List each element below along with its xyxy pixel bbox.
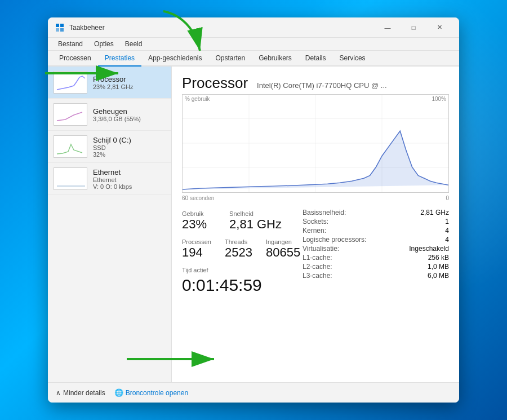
- device-list: Processor 23% 2,81 GHz Geheugen 3,3/6,0 …: [48, 67, 172, 382]
- disk-sub2: SSD: [93, 144, 166, 151]
- minder-details-button[interactable]: ∧ Minder details: [56, 389, 105, 397]
- device-item-memory[interactable]: Geheugen 3,3/6,0 GB (55%): [48, 99, 171, 131]
- close-button[interactable]: ✕: [426, 19, 452, 36]
- gebruik-value: 23%: [182, 217, 207, 232]
- device-item-ethernet[interactable]: Ethernet Ethernet V: 0 O: 0 kbps: [48, 163, 171, 195]
- stats-left: Gebruik 23% Snelheid 2,81 GHz Processen …: [182, 208, 303, 302]
- menu-opties[interactable]: Opties: [88, 38, 119, 50]
- chart-y-max: 100%: [432, 96, 446, 102]
- broncontrole-label: Broncontrole openen: [126, 389, 188, 397]
- svg-rect-5: [56, 28, 59, 32]
- memory-sub: 3,3/6,0 GB (55%): [93, 116, 166, 122]
- window-title: Taakbeheer: [69, 24, 375, 32]
- chevron-up-icon: ∧: [56, 389, 61, 397]
- ethernet-sub3: V: 0 O: 0 kbps: [93, 183, 166, 190]
- menu-bestand[interactable]: Bestand: [52, 38, 88, 50]
- info-basissnelheid: Basissnelheid: 2,81 GHz: [303, 208, 449, 217]
- l1-val: 256 kB: [428, 254, 449, 262]
- processor-detail: Processor Intel(R) Core(TM) i7-7700HQ CP…: [172, 67, 459, 382]
- chart-y-label: % gebruik: [185, 96, 210, 102]
- basissnelheid-val: 2,81 GHz: [420, 209, 449, 216]
- proc-title: Processor: [182, 74, 248, 92]
- chart-times: 60 seconden 0: [182, 195, 449, 201]
- svg-rect-6: [60, 28, 64, 32]
- info-kernen: Kernen: 4: [303, 226, 449, 235]
- processen-label: Processen: [182, 238, 211, 245]
- tab-details[interactable]: Details: [299, 51, 333, 67]
- svg-rect-4: [60, 24, 64, 27]
- device-item-disk[interactable]: Schijf 0 (C:) SSD 32%: [48, 131, 171, 163]
- info-l2: L2-cache: 1,0 MB: [303, 262, 449, 271]
- info-sockets: Sockets: 1: [303, 217, 449, 226]
- titlebar-controls: — □ ✕: [375, 19, 452, 36]
- gebruik-label: Gebruik: [182, 210, 207, 217]
- tab-opstarten[interactable]: Opstarten: [208, 51, 252, 67]
- gebruik-stat: Gebruik 23%: [182, 208, 207, 234]
- processen-stat: Processen 194: [182, 236, 211, 262]
- time-active-block: Tijd actief 0:01:45:59: [182, 264, 303, 302]
- snelheid-label: Snelheid: [229, 210, 282, 217]
- info-virtualisatie: Virtualisatie: Ingeschakeld: [303, 244, 449, 253]
- virtualisatie-val: Ingeschakeld: [409, 245, 449, 253]
- tab-services[interactable]: Services: [333, 51, 372, 67]
- threads-value: 2523: [225, 245, 252, 260]
- processen-value: 194: [182, 245, 211, 260]
- chart-time-left: 60 seconden: [182, 195, 214, 201]
- snelheid-value: 2,81 GHz: [229, 217, 282, 232]
- chart-time-right: 0: [446, 195, 449, 201]
- l3-key: L3-cache:: [303, 272, 332, 280]
- l1-key: L1-cache:: [303, 254, 332, 262]
- kernen-val: 4: [445, 227, 449, 235]
- broncontrole-link[interactable]: 🌐 Broncontrole openen: [114, 388, 188, 397]
- sockets-key: Sockets:: [303, 218, 328, 226]
- tab-gebruikers[interactable]: Gebruikers: [252, 51, 299, 67]
- memory-info: Geheugen 3,3/6,0 GB (55%): [93, 107, 166, 122]
- ethernet-name: Ethernet: [93, 168, 166, 176]
- threads-stat: Threads 2523: [225, 236, 252, 262]
- basissnelheid-key: Basissnelheid:: [303, 209, 346, 216]
- ethernet-info: Ethernet Ethernet V: 0 O: 0 kbps: [93, 168, 166, 190]
- svg-rect-8: [54, 104, 87, 125]
- disk-info: Schijf 0 (C:) SSD 32%: [93, 136, 166, 158]
- cpu-chart: % gebruik 100%: [182, 94, 449, 193]
- l2-key: L2-cache:: [303, 263, 332, 271]
- cpu-info-table: Basissnelheid: 2,81 GHz Sockets: 1 Kerne…: [303, 208, 449, 302]
- main-content: Processor 23% 2,81 GHz Geheugen 3,3/6,0 …: [48, 67, 459, 382]
- globe-icon: 🌐: [114, 388, 123, 397]
- processor-header: Processor Intel(R) Core(TM) i7-7700HQ CP…: [182, 74, 449, 92]
- info-l1: L1-cache: 256 kB: [303, 253, 449, 262]
- disk-sub3: 32%: [93, 151, 166, 158]
- l2-val: 1,0 MB: [428, 263, 449, 271]
- minimize-button[interactable]: —: [375, 19, 401, 36]
- threads-label: Threads: [225, 238, 252, 245]
- disk-name: Schijf 0 (C:): [93, 136, 166, 144]
- titlebar: Taakbeheer — □ ✕: [48, 17, 459, 38]
- logische-val: 4: [445, 236, 449, 244]
- svg-rect-3: [56, 24, 59, 27]
- app-icon: [55, 23, 65, 33]
- kernen-key: Kernen:: [303, 227, 326, 235]
- disk-thumbnail: [54, 135, 87, 158]
- ingangen-value: 80655: [266, 245, 300, 260]
- time-active-label: Tijd actief: [182, 267, 303, 273]
- l3-val: 6,0 MB: [428, 272, 449, 280]
- memory-name: Geheugen: [93, 107, 166, 116]
- ingangen-label: Ingangen: [266, 238, 300, 245]
- ingangen-stat: Ingangen 80655: [266, 236, 300, 262]
- bottom-bar: ∧ Minder details 🌐 Broncontrole openen: [48, 382, 459, 403]
- menu-bar: Bestand Opties Beeld: [48, 38, 459, 51]
- info-logische: Logische processors: 4: [303, 235, 449, 244]
- snelheid-stat: Snelheid 2,81 GHz: [229, 208, 282, 234]
- minder-details-label: Minder details: [63, 389, 105, 397]
- info-l3: L3-cache: 6,0 MB: [303, 271, 449, 280]
- stats-info-row: Gebruik 23% Snelheid 2,81 GHz Processen …: [182, 208, 449, 302]
- ethernet-thumbnail: [54, 167, 87, 190]
- memory-thumbnail: [54, 103, 87, 126]
- maximize-button[interactable]: □: [401, 19, 426, 36]
- sockets-val: 1: [445, 218, 449, 226]
- logische-key: Logische processors:: [303, 236, 366, 244]
- virtualisatie-key: Virtualisatie:: [303, 245, 339, 253]
- proc-subtitle: Intel(R) Core(TM) i7-7700HQ CPU @ ...: [257, 81, 387, 90]
- time-active-value: 0:01:45:59: [182, 276, 303, 295]
- ethernet-sub2: Ethernet: [93, 176, 166, 183]
